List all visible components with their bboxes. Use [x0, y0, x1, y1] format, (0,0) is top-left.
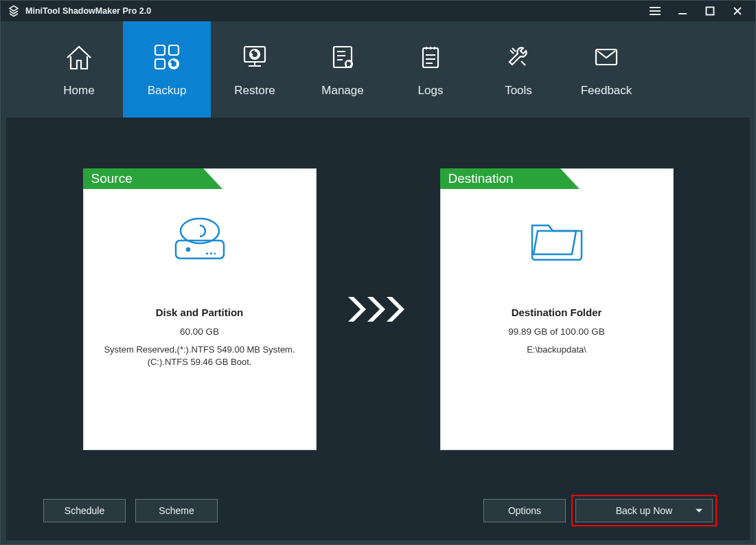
tab-label: Home: [63, 84, 94, 98]
minimize-button[interactable]: [669, 1, 696, 21]
svg-rect-9: [423, 48, 438, 67]
tab-logs[interactable]: Logs: [387, 21, 474, 118]
tab-manage[interactable]: Manage: [299, 21, 387, 118]
feedback-icon: [591, 41, 622, 73]
tab-home[interactable]: Home: [35, 21, 123, 118]
tab-backup[interactable]: Backup: [123, 21, 211, 118]
scheme-button[interactable]: Scheme: [135, 499, 218, 522]
button-label: Schedule: [65, 505, 104, 516]
logs-icon: [415, 41, 446, 73]
options-button[interactable]: Options: [483, 499, 566, 522]
svg-point-13: [187, 248, 190, 251]
svg-rect-7: [334, 47, 352, 67]
footer-bar: Schedule Scheme Options Back up Now: [6, 499, 750, 522]
maximize-button[interactable]: [696, 1, 724, 21]
schedule-button[interactable]: Schedule: [43, 499, 126, 522]
app-logo-icon: [8, 5, 20, 17]
destination-size: 99.89 GB of 100.00 GB: [441, 326, 673, 337]
tab-feedback[interactable]: Feedback: [562, 21, 650, 118]
tab-label: Logs: [418, 84, 444, 98]
svg-rect-1: [155, 45, 165, 55]
main-content: Source Disk and Partition 60.00 GB Syste…: [6, 118, 750, 540]
tab-tools[interactable]: Tools: [474, 21, 562, 118]
close-button[interactable]: [724, 1, 751, 21]
tab-label: Tools: [505, 84, 532, 98]
tab-label: Restore: [234, 84, 275, 98]
app-title: MiniTool ShadowMaker Pro 2.0: [25, 6, 151, 16]
source-title: Disk and Partition: [84, 307, 316, 318]
home-icon: [63, 41, 95, 73]
tab-label: Backup: [148, 84, 187, 98]
svg-point-12: [181, 219, 219, 243]
menu-button[interactable]: [641, 1, 669, 21]
chevron-down-icon: [696, 509, 702, 513]
manage-icon: [327, 41, 358, 73]
restore-icon: [239, 41, 271, 73]
tab-restore[interactable]: Restore: [211, 21, 299, 118]
source-panel[interactable]: Source Disk and Partition 60.00 GB Syste…: [83, 168, 317, 450]
destination-ribbon: Destination: [440, 168, 560, 189]
destination-path: E:\backupdata\: [441, 344, 673, 356]
titlebar: MiniTool ShadowMaker Pro 2.0: [1, 1, 755, 21]
source-desc: System Reserved,(*:).NTFS 549.00 MB Syst…: [84, 344, 316, 368]
source-size: 60.00 GB: [84, 326, 316, 337]
main-nav: Home Backup Restore: [1, 21, 755, 118]
svg-rect-0: [707, 8, 714, 15]
tab-label: Manage: [321, 84, 363, 98]
button-label: Options: [508, 505, 541, 516]
tab-label: Feedback: [581, 84, 632, 98]
backup-icon: [151, 41, 183, 73]
app-window: MiniTool ShadowMaker Pro 2.0 Home: [0, 0, 756, 545]
svg-rect-2: [169, 45, 179, 55]
svg-rect-3: [155, 59, 165, 69]
arrow-icon: [344, 168, 413, 450]
backup-now-button[interactable]: Back up Now: [575, 499, 713, 522]
button-label: Back up Now: [616, 505, 672, 516]
tools-icon: [503, 41, 534, 73]
button-label: Scheme: [159, 505, 194, 516]
destination-panel[interactable]: Destination Destination Folder 99.89 GB …: [440, 168, 674, 450]
destination-title: Destination Folder: [441, 307, 673, 318]
source-ribbon: Source: [83, 168, 203, 189]
